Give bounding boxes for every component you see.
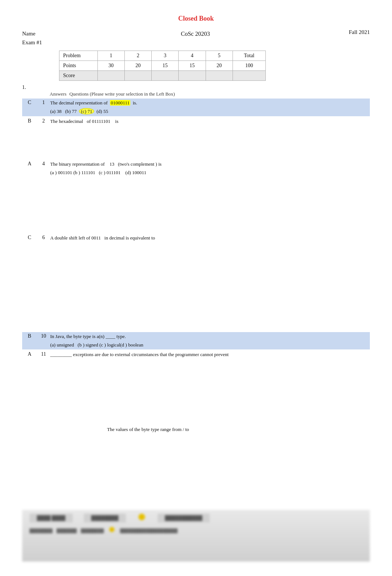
qcontent-6: A double shift left of 0011 in decimal i…	[50, 234, 370, 242]
name-label: Name	[22, 29, 42, 38]
q1-options: (a) 38 (b) 77 (c) 71 (d) 55	[50, 108, 370, 115]
col-2: 2	[124, 51, 151, 61]
points-total: 100	[233, 61, 265, 71]
blur-cell-1: ████ ████	[30, 514, 73, 522]
semester-label: Fall 2021	[349, 29, 370, 35]
col-3: 3	[152, 51, 179, 61]
score-table: Problem 1 2 3 4 5 Total Points 30 20 15 …	[59, 51, 266, 81]
points-4: 15	[179, 61, 206, 71]
points-row: Points 30 20 15 15 20 100	[59, 61, 266, 71]
score-1	[97, 71, 124, 81]
table-header-row: Problem 1 2 3 4 5 Total	[59, 51, 266, 61]
blur-cell-2: ████████	[84, 514, 126, 522]
question-row-4: A 4 The binary representation of 13 (two…	[22, 160, 370, 177]
exam-header: Name Exam #1 CoSc 20203 Fall 2021	[22, 29, 370, 47]
qcontent-1: The decimal representation of 01000111 i…	[50, 99, 370, 115]
section-number: 1.	[22, 84, 370, 90]
points-2: 20	[124, 61, 151, 71]
score-label: Score	[59, 71, 98, 81]
qcontent-4: The binary representation of 13 (two's c…	[50, 161, 370, 177]
question-row-10: B 10 In Java, the byte type is a(n) ____…	[22, 332, 370, 350]
spacer-6-10c	[22, 310, 370, 332]
qnum-2: 2	[37, 118, 50, 124]
bottom-blurred-section: ████ ████ ████████ ███████████ ████████ …	[22, 510, 370, 562]
q10-options: (a) unsigned (b ) signed (c ) logical(d …	[50, 341, 370, 349]
exam-page: Closed Book Name Exam #1 CoSc 20203 Fall…	[0, 0, 392, 576]
spacer-4-6	[22, 178, 370, 211]
score-total	[233, 71, 265, 81]
qcontent-11: _________ exceptions are due to external…	[50, 351, 370, 359]
yellow-dot-1	[138, 514, 145, 520]
answers-label: Answers	[44, 91, 66, 97]
blur-text-row: ████████ ███████ ████████ ██████████████…	[30, 527, 178, 533]
spacer-11-standalone	[22, 360, 370, 393]
points-1: 30	[97, 61, 124, 71]
score-5	[206, 71, 233, 81]
points-3: 15	[152, 61, 179, 71]
answer-6: C	[22, 234, 37, 241]
answer-2: B	[22, 118, 37, 124]
questions-instruction: Questions (Please write your selection i…	[69, 91, 175, 97]
qcontent-2: The hexadecimal of 01111101 is	[50, 118, 370, 125]
spacer-bottom-b	[22, 466, 370, 499]
score-4	[179, 71, 206, 81]
score-2	[124, 71, 151, 81]
spacer-11-standalone-b	[22, 393, 370, 427]
col-4: 4	[179, 51, 206, 61]
yellow-dot-2	[109, 527, 114, 532]
col-5: 5	[206, 51, 233, 61]
exam-title: Closed Book	[22, 15, 370, 23]
problem-header: Problem	[59, 51, 98, 61]
answer-1: C	[22, 99, 37, 106]
qnum-6: 6	[37, 234, 50, 241]
questions-header: Answers Questions (Please write your sel…	[44, 91, 370, 97]
col-total: Total	[233, 51, 265, 61]
spacer-bottom	[22, 432, 370, 466]
col-1: 1	[97, 51, 124, 61]
answer-11: A	[22, 351, 37, 357]
spacer-4-6b	[22, 211, 370, 234]
score-table-wrap: Problem 1 2 3 4 5 Total Points 30 20 15 …	[59, 51, 370, 81]
highlight-01000111: 01000111	[110, 100, 130, 106]
blur-row-2: ████████ ███████ ████████ ██████████████…	[30, 525, 362, 533]
highlight-c71: (c) 71	[79, 108, 94, 114]
question-row-6: C 6 A double shift left of 0011 in decim…	[22, 234, 370, 243]
blur-cell-3: ███████████	[158, 514, 210, 522]
question-row-1: C 1 The decimal representation of 010001…	[22, 99, 370, 116]
score-row: Score	[59, 71, 266, 81]
score-3	[152, 71, 179, 81]
answer-10: B	[22, 333, 37, 339]
q4-options: (a ) 001101 (b ) 111101 (c ) 011101 (d) …	[50, 169, 370, 177]
qcontent-10: In Java, the byte type is a(n) ____ type…	[50, 333, 370, 349]
blurred-content: ████ ████ ████████ ███████████ ████████ …	[22, 510, 370, 539]
answer-4: A	[22, 161, 37, 167]
qnum-4: 4	[37, 161, 50, 167]
qnum-1: 1	[37, 99, 50, 106]
course-label: CoSc 20203	[42, 29, 349, 37]
points-5: 20	[206, 61, 233, 71]
header-left: Name Exam #1	[22, 29, 42, 47]
exam-label: Exam #1	[22, 38, 42, 47]
question-row-2: B 2 The hexadecimal of 01111101 is	[22, 117, 370, 126]
qnum-10: 10	[37, 333, 50, 339]
spacer-2-4	[22, 127, 370, 160]
standalone-text: The values of the byte type range from /…	[107, 427, 370, 432]
blur-row-1: ████ ████ ████████ ███████████	[30, 514, 362, 522]
points-label: Points	[59, 61, 98, 71]
spacer-6-10b	[22, 277, 370, 310]
spacer-6-10	[22, 244, 370, 277]
question-row-11: A 11 _________ exceptions are due to ext…	[22, 350, 370, 359]
qnum-11: 11	[37, 351, 50, 357]
